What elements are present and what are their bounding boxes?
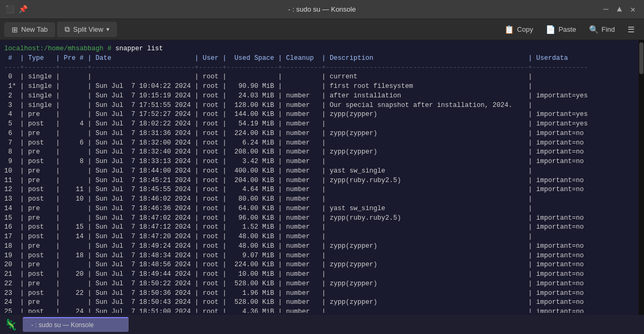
new-tab-button[interactable]: ⊞ New Tab xyxy=(4,22,55,37)
paste-icon: 📄 xyxy=(546,25,556,34)
terminal-row: 22 | pre | | Sun Jul 7 18:50:22 2024 | r… xyxy=(4,279,640,289)
split-view-label: Split View xyxy=(73,25,103,33)
terminal-row: 23 | post | 22 | Sun Jul 7 18:50:36 2024… xyxy=(4,289,640,299)
terminal-header: # | Type | Pre # | Date | User | Used Sp… xyxy=(4,54,640,64)
terminal-row: 12 | post | 11 | Sun Jul 7 18:45:55 2024… xyxy=(4,185,640,195)
terminal-row: 5 | post | 4 | Sun Jul 7 18:02:22 2024 |… xyxy=(4,120,640,129)
hamburger-icon: ☰ xyxy=(628,25,634,34)
terminal-row: 4 | pre | | Sun Jul 7 17:52:27 2024 | ro… xyxy=(4,110,640,120)
split-view-icon: ⧉ xyxy=(65,25,70,34)
terminal-prompt-line: localhost:/home/mhsabbagh # snapper list xyxy=(4,44,640,54)
window-title: - : sudo su — Konsole xyxy=(288,5,356,13)
pin-icon[interactable]: 📌 xyxy=(19,5,28,14)
terminal-row: 3 | single | | Sun Jul 7 17:51:55 2024 |… xyxy=(4,101,640,111)
terminal-row: 16 | post | 15 | Sun Jul 7 18:47:12 2024… xyxy=(4,223,640,232)
find-label: Find xyxy=(602,25,615,33)
maximize-button[interactable]: ▲ xyxy=(614,4,625,15)
terminal-row: 7 | post | 6 | Sun Jul 7 18:32:00 2024 |… xyxy=(4,139,640,148)
terminal-row: 13 | post | 10 | Sun Jul 7 18:46:02 2024… xyxy=(4,195,640,204)
split-view-button[interactable]: ⧉ Split View ▾ xyxy=(57,22,117,37)
terminal-row: 18 | pre | | Sun Jul 7 18:49:24 2024 | r… xyxy=(4,242,640,251)
terminal-row: 17 | post | 14 | Sun Jul 7 18:47:20 2024… xyxy=(4,232,640,242)
minimize-button[interactable]: — xyxy=(600,4,612,15)
terminal-content: localhost:/home/mhsabbagh # snapper list… xyxy=(0,42,644,313)
new-tab-icon: ⊞ xyxy=(12,25,18,34)
taskbar-active-window[interactable]: - : sudo su — Konsole xyxy=(23,317,129,332)
terminal-scrollbar[interactable] xyxy=(639,40,644,315)
terminal-row: 1* | single | | Sun Jul 7 10:04:22 2024 … xyxy=(4,82,640,92)
find-icon: 🔍 xyxy=(589,25,599,34)
terminal-row: 19 | post | 18 | Sun Jul 7 18:48:34 2024… xyxy=(4,251,640,261)
terminal-row: 20 | pre | | Sun Jul 7 18:48:56 2024 | r… xyxy=(4,260,640,270)
taskbar-logo: 🦎 xyxy=(4,318,17,331)
terminal-command: snapper list xyxy=(115,45,163,52)
window-controls: — ▲ ✕ xyxy=(600,3,639,16)
terminal-row: 24 | pre | | Sun Jul 7 18:50:43 2024 | r… xyxy=(4,298,640,308)
terminal-icon: ⬛ xyxy=(5,5,14,14)
close-button[interactable]: ✕ xyxy=(627,3,639,16)
find-button[interactable]: 🔍 Find xyxy=(584,22,620,38)
terminal-row: 6 | pre | | Sun Jul 7 18:31:36 2024 | ro… xyxy=(4,129,640,139)
terminal-scrollbar-thumb[interactable] xyxy=(639,42,643,74)
copy-icon: 📋 xyxy=(504,25,514,34)
terminal-row: 21 | post | 20 | Sun Jul 7 18:49:44 2024… xyxy=(4,270,640,279)
terminal-row: 9 | post | 8 | Sun Jul 7 18:33:13 2024 |… xyxy=(4,157,640,167)
split-view-chevron-icon: ▾ xyxy=(106,26,110,33)
terminal-row: 11 | pre | | Sun Jul 7 18:45:21 2024 | r… xyxy=(4,176,640,186)
terminal-row: 2 | single | | Sun Jul 7 10:15:19 2024 |… xyxy=(4,92,640,101)
terminal-row: 0 | single | | | root | | | current | xyxy=(4,73,640,82)
copy-label: Copy xyxy=(517,25,533,33)
terminal-row: 15 | pre | | Sun Jul 7 18:47:02 2024 | r… xyxy=(4,214,640,223)
terminal-row: 8 | pre | | Sun Jul 7 18:32:40 2024 | ro… xyxy=(4,148,640,157)
terminal-row: 25 | post | 24 | Sun Jul 7 18:51:00 2024… xyxy=(4,308,640,313)
title-bar: ⬛ 📌 - : sudo su — Konsole — ▲ ✕ xyxy=(0,0,644,19)
menu-button[interactable]: ☰ xyxy=(622,22,640,38)
terminal-row: 10 | pre | | Sun Jul 7 18:44:00 2024 | r… xyxy=(4,167,640,176)
terminal-separator: ----+--------+-------+------------------… xyxy=(4,64,640,73)
tab-bar: ⊞ New Tab ⧉ Split View ▾ 📋 Copy 📄 Paste … xyxy=(0,19,644,40)
terminal-prompt: localhost:/home/mhsabbagh # xyxy=(4,45,115,52)
paste-label: Paste xyxy=(558,25,576,33)
new-tab-label: New Tab xyxy=(21,25,48,33)
title-bar-left: ⬛ 📌 xyxy=(5,5,28,14)
terminal-rows: 0 | single | | | root | | | current | 1*… xyxy=(4,73,640,313)
terminal-area[interactable]: localhost:/home/mhsabbagh # snapper list… xyxy=(0,40,644,315)
copy-button[interactable]: 📋 Copy xyxy=(499,22,538,38)
paste-button[interactable]: 📄 Paste xyxy=(540,22,581,38)
terminal-row: 14 | pre | | Sun Jul 7 18:46:36 2024 | r… xyxy=(4,204,640,214)
taskbar: 🦎 - : sudo su — Konsole xyxy=(0,315,644,334)
